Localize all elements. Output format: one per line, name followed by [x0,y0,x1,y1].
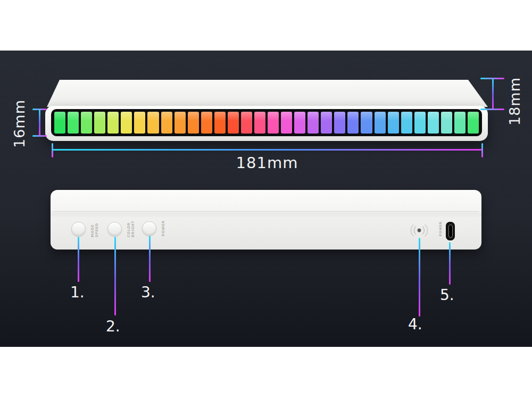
dim-length-tick-right [481,143,483,157]
led-cell [441,112,452,134]
dim-depth-line [492,79,494,109]
led-cell [294,112,305,134]
led-cell [388,112,399,134]
power-label-line: POWER [162,220,166,236]
led-cell [68,112,79,134]
callout-number-4: 4. [408,315,422,333]
led-cell [54,112,65,134]
led-cell [228,112,239,134]
led-cell [334,112,345,134]
callout-line-1 [78,237,79,282]
led-cell [188,112,199,134]
dim-length-line [52,149,483,151]
bright-label-line: BRIGHT [131,221,136,237]
dim-depth-tick-bottom [480,109,504,110]
callout-number-5: 5. [440,286,454,304]
led-strip [51,109,482,136]
dim-height-label: 16mm [11,99,28,148]
led-cell [454,112,466,134]
color-bright-button-label: COLOR BRIGHT [127,221,135,237]
power-button-label: POWER [162,220,166,236]
speed-label-line: SPEED [95,223,99,237]
callout-line-3 [149,236,151,282]
panel-seam [53,211,479,212]
dim-depth-label: 18mm [506,77,523,126]
lightbar-top-face [45,80,488,107]
mode-speed-button-label: MODE SPEED [91,223,99,237]
led-cell [347,112,359,134]
color-bright-button [107,222,122,236]
led-cell [81,112,92,134]
led-cell [201,112,212,134]
led-cell [107,112,119,134]
led-cell [468,112,479,134]
mode-speed-button [71,222,86,236]
led-cell [147,112,159,134]
power-button [142,221,156,236]
led-cell [428,112,439,134]
led-cell [361,112,372,134]
led-cell [161,112,172,134]
led-cell [94,112,105,134]
callout-number-1: 1. [70,284,85,301]
led-cell [307,112,319,134]
led-cell [174,112,186,134]
usb-c-slot [448,225,453,238]
dim-height-line [39,109,40,136]
product-dimension-diagram: 16mm 18mm 181mm MODE SPEED COLOR BRIGHT … [0,0,532,399]
led-cell [375,112,386,134]
led-cell [241,112,252,134]
usb-port-label: POWER [438,221,443,236]
callout-number-2: 2. [106,318,120,335]
led-cell [268,112,279,134]
dark-backdrop: 16mm 18mm 181mm MODE SPEED COLOR BRIGHT … [0,51,532,347]
dim-height-tick-bottom [32,135,47,137]
callout-number-3: 3. [141,284,155,301]
led-cell [121,112,132,134]
callout-line-5 [449,242,451,285]
led-cell [214,112,226,134]
led-cell [414,112,426,134]
dim-length-label: 181mm [214,154,320,172]
usb-c-port [446,222,455,240]
led-cell [321,112,332,134]
led-cell [281,112,292,134]
callout-line-4 [419,238,420,317]
led-cell [134,112,145,134]
led-cell [401,112,412,134]
led-cell [254,112,265,134]
callout-line-2 [114,237,116,315]
lightbar-front-face [45,106,488,141]
